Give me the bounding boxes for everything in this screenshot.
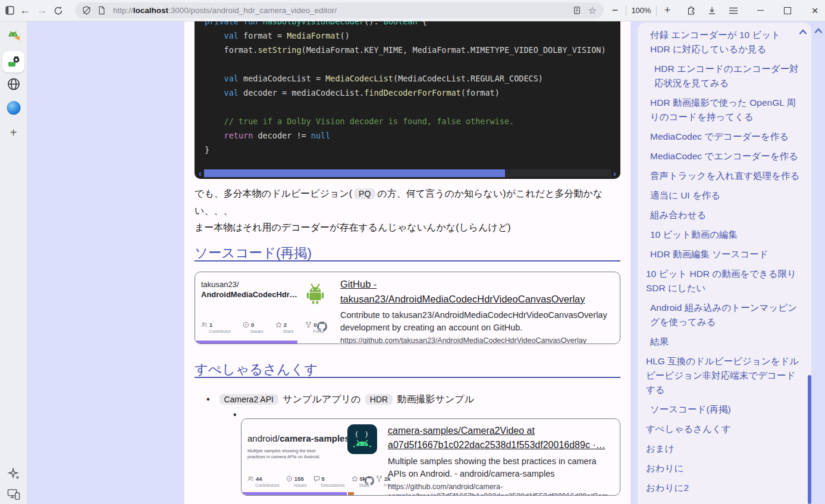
toc-link[interactable]: ソースコード(再掲)	[646, 402, 801, 417]
toc-link[interactable]: 付録 エンコーダーが 10 ビット HDR に対応しているか見る	[646, 28, 801, 56]
github-card-camera-samples[interactable]: android/camera-samples Multiple samples …	[241, 418, 620, 496]
repo-og-image: android/camera-samples Multiple samples …	[241, 419, 378, 495]
active-tab[interactable]	[2, 51, 24, 73]
scroll-left-icon[interactable]: ‹	[196, 169, 204, 177]
toc-link[interactable]: おわりに	[646, 461, 801, 475]
minimize-icon	[757, 10, 764, 11]
inline-code: PQ	[354, 188, 375, 199]
android-robot-icon	[302, 281, 328, 309]
og-repo-description: Multiple samples showing the best practi…	[247, 448, 331, 459]
code-line: val format = MediaFormat()	[205, 29, 610, 43]
toc-link[interactable]: MediaCodec でエンコーダーを作る	[646, 149, 801, 163]
page-info-icon[interactable]	[94, 3, 109, 18]
toc-link[interactable]: HLG 互換のドルビービジョンをドルビービジョン非対応端末でデコードする	[646, 354, 801, 397]
vertical-tab-strip: +	[0, 21, 27, 504]
page-viewport: private fun hasDolbyVisionDecoder(): Boo…	[27, 21, 825, 504]
toc-link[interactable]: 組み合わせる	[646, 208, 801, 222]
code-line: return decoder != null	[205, 128, 610, 143]
toc-link[interactable]: HDR 動画撮影で使った OpenGL 周りのコードを持ってくる	[646, 96, 801, 124]
repo-stat-stars: 2Stars	[275, 322, 294, 334]
zoom-out-button[interactable]: −	[608, 0, 622, 21]
toc-link[interactable]: HDR エンコードのエンコーダー対応状況を見てみる	[646, 62, 801, 90]
paragraph: でも、多分本物のドルビービジョン(PQの方、何て言うのか知らない)がこれだと多分…	[195, 185, 616, 237]
devices-icon[interactable]	[7, 489, 20, 500]
repo-stat-contributors: 1Contributor	[201, 322, 231, 334]
toc-link[interactable]: HDR 動画編集 ソースコード	[646, 247, 801, 262]
divider	[656, 6, 657, 15]
forward-button[interactable]: →	[33, 0, 50, 21]
toc-link[interactable]: 結果	[646, 335, 801, 349]
section-heading-source-code: ソースコード(再掲)	[195, 245, 620, 262]
toc-link[interactable]: MediaCodec でデコーダーを作る	[646, 130, 801, 144]
reload-button[interactable]	[50, 0, 67, 21]
new-tab-globe-icon[interactable]	[7, 77, 20, 91]
og-repo-owner: android/	[247, 433, 280, 443]
code-content: private fun hasDolbyVisionDecoder(): Boo…	[195, 21, 620, 157]
toc-link[interactable]: 音声トラックを入れ直す処理を作る	[646, 169, 801, 183]
toc-link[interactable]: 適当に UI を作る	[646, 188, 801, 203]
close-icon: ×	[811, 4, 818, 17]
repo-stat-issues: 155Issues	[286, 475, 307, 488]
inline-code: Camera2 API	[219, 394, 278, 405]
github-card-android-media-codec[interactable]: takusan23/ AndroidMediaCodecHdr… 1Contri…	[195, 272, 620, 344]
scroll-right-icon[interactable]: ›	[611, 169, 619, 177]
code-scrollbar-thumb[interactable]	[204, 169, 505, 177]
repo-stat-contributors: 44Contributors	[247, 475, 280, 488]
maximize-button[interactable]	[776, 0, 799, 21]
toc-link[interactable]: すぺしゃるさんくす	[646, 422, 801, 436]
browser-orb-icon[interactable]	[7, 101, 20, 115]
zoom-level[interactable]: 100%	[630, 6, 653, 15]
code-block: private fun hasDolbyVisionDecoder(): Boo…	[195, 21, 620, 179]
inline-code: HDR	[365, 394, 393, 405]
repo-og-image: takusan23/ AndroidMediaCodecHdr… 1Contri…	[195, 272, 331, 344]
vertical-tabs-icon	[5, 6, 14, 15]
url-text: http://localhost:3000/posts/android_hdr_…	[113, 6, 337, 15]
extensions-puzzle-icon	[686, 5, 697, 15]
divider	[626, 6, 626, 15]
card-title-link[interactable]: camera-samples/Camera2Video at a07d5f166…	[388, 424, 610, 452]
card-url: https://github.com/android/camera-sample…	[388, 482, 610, 496]
minimize-button[interactable]	[748, 0, 772, 21]
code-line: val decoder = mediaCodecList.findDecoder…	[205, 86, 610, 100]
copilot-sparkle-icon[interactable]	[7, 467, 20, 480]
card-url: https://github.com/takusan23/AndroidMedi…	[340, 336, 610, 344]
bullet-dot: •	[206, 394, 210, 404]
hamburger-menu-icon	[729, 7, 738, 15]
repo-avatar: { }	[347, 424, 377, 454]
back-button[interactable]: ←	[17, 0, 33, 21]
settings-menu-button[interactable]	[725, 0, 742, 21]
tracking-prevention-icon[interactable]	[79, 3, 94, 18]
reload-icon	[54, 6, 63, 15]
nested-list-item: •	[233, 407, 237, 423]
android-head-icon	[353, 438, 372, 448]
extensions-button[interactable]	[683, 0, 699, 21]
tab-favicon-android[interactable]	[7, 29, 21, 43]
page-scrollbar[interactable]	[811, 21, 825, 504]
toc-link[interactable]: Android 組み込みのトーンマッピングを使ってみる	[646, 301, 801, 329]
toc-link[interactable]: 10 ビット HDR の動画をできる限り SDR にしたい	[646, 267, 801, 295]
zoom-in-button[interactable]: +	[660, 0, 675, 21]
vertical-tabs-button[interactable]	[1, 0, 18, 21]
code-line	[205, 100, 610, 114]
url-bar[interactable]: http://localhost:3000/posts/android_hdr_…	[75, 2, 604, 18]
close-button[interactable]: ×	[803, 0, 825, 21]
code-horizontal-scrollbar[interactable]: ‹ ›	[196, 169, 619, 177]
toc-link[interactable]: 10 ビット動画の編集	[646, 228, 801, 242]
toc-link[interactable]: おまけ	[646, 442, 801, 456]
downloads-button[interactable]	[704, 0, 720, 21]
language-bar	[195, 341, 297, 344]
page-scroll-up-icon[interactable]	[814, 25, 823, 36]
octocat-icon	[365, 476, 374, 488]
reader-mode-button[interactable]	[569, 3, 585, 18]
code-line: // true if a Dolby Vision decoder is fou…	[205, 114, 610, 128]
toc-link[interactable]: おわりに2	[646, 481, 801, 495]
og-repo-name: camera-samples	[280, 433, 350, 443]
code-line: format.setString(MediaFormat.KEY_MIME, M…	[205, 43, 610, 57]
braces-glyph: { }	[355, 431, 370, 438]
favorite-star-icon[interactable]: ☆	[585, 3, 600, 18]
card-title-link[interactable]: GitHub - takusan23/AndroidMediaCodecHdrV…	[340, 277, 610, 306]
code-scrollbar-track[interactable]	[204, 169, 611, 177]
toc-panel: 付録 エンコーダーが 10 ビット HDR に対応しているか見るHDR エンコー…	[638, 23, 811, 504]
section-heading-special-thanks: すぺしゃるさんくす	[195, 362, 620, 378]
new-tab-button[interactable]: +	[10, 126, 17, 140]
